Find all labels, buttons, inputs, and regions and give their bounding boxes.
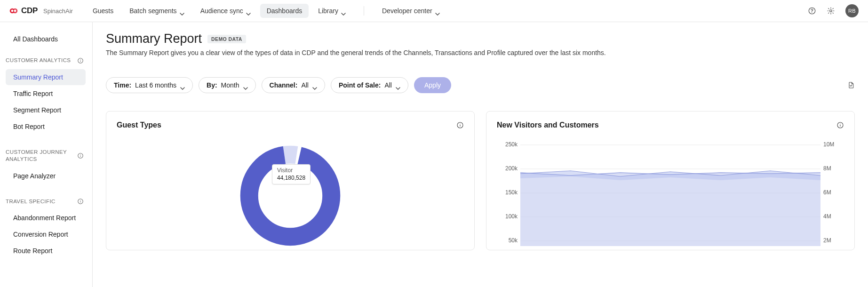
y-tick: 4M bbox=[823, 214, 844, 238]
export-icon[interactable] bbox=[847, 81, 855, 89]
filter-value: Last 6 months bbox=[135, 81, 176, 89]
cards-row: Guest Types Visitor 44,180,528 bbox=[106, 111, 855, 250]
nav-batch-segments[interactable]: Batch segments bbox=[123, 4, 191, 18]
svg-point-3 bbox=[14, 10, 16, 12]
line-svg bbox=[520, 143, 820, 246]
chevron-down-icon bbox=[435, 9, 440, 12]
nav-label: Dashboards bbox=[267, 7, 303, 15]
chevron-down-icon bbox=[180, 9, 184, 12]
sidebar-item-abandonment-report[interactable]: Abandonment Report bbox=[6, 210, 86, 226]
tooltip-value: 44,180,528 bbox=[277, 175, 305, 182]
sidebar-group-customer-journey: CUSTOMER JOURNEY ANALYTICS Page Analyzer bbox=[6, 147, 92, 184]
chevron-down-icon bbox=[180, 84, 185, 87]
card-head: Guest Types bbox=[117, 121, 464, 129]
topbar: CDP SpinachAir Guests Batch segments Aud… bbox=[0, 0, 868, 22]
page-title: Summary Report bbox=[106, 32, 202, 46]
svg-point-23 bbox=[840, 124, 840, 124]
nav-label: Guests bbox=[93, 7, 113, 15]
nav-dashboards[interactable]: Dashboards bbox=[260, 4, 309, 18]
logo-text: CDP bbox=[21, 6, 38, 16]
y-left-axis: 250k 200k 150k 100k 50k bbox=[497, 142, 518, 250]
sidebar-item-page-analyzer[interactable]: Page Analyzer bbox=[6, 168, 86, 184]
y-tick: 6M bbox=[823, 190, 844, 214]
sidebar-all-dashboards[interactable]: All Dashboards bbox=[6, 32, 92, 47]
card-title: New Visitors and Customers bbox=[497, 121, 599, 129]
card-new-visitors: New Visitors and Customers 250k 200k 150… bbox=[486, 111, 855, 250]
sidebar-item-bot-report[interactable]: Bot Report bbox=[6, 119, 86, 135]
filter-channel[interactable]: Channel: All bbox=[262, 77, 325, 93]
filter-value: Month bbox=[221, 81, 239, 89]
filter-label: By: bbox=[207, 81, 217, 89]
info-icon[interactable] bbox=[836, 121, 844, 129]
page-head: Summary Report DEMO DATA bbox=[106, 32, 855, 46]
chevron-down-icon bbox=[312, 84, 317, 87]
donut-svg bbox=[222, 142, 358, 250]
nav-label: Developer center bbox=[382, 7, 432, 15]
y-tick: 50k bbox=[497, 238, 518, 250]
svg-point-18 bbox=[460, 124, 460, 124]
sidebar-item-segment-report[interactable]: Segment Report bbox=[6, 102, 86, 118]
nav-library[interactable]: Library bbox=[311, 4, 352, 18]
chevron-down-icon bbox=[396, 84, 400, 87]
nav-label: Batch segments bbox=[129, 7, 176, 15]
info-icon[interactable] bbox=[77, 57, 84, 64]
filter-label: Point of Sale: bbox=[339, 81, 381, 89]
top-nav: Guests Batch segments Audience sync Dash… bbox=[86, 4, 446, 18]
sidebar-item-summary-report[interactable]: Summary Report bbox=[6, 69, 86, 85]
chart-tooltip: Visitor 44,180,528 bbox=[272, 164, 311, 184]
avatar-initials: RB bbox=[848, 8, 856, 14]
y-tick: 2M bbox=[823, 238, 844, 250]
y-tick: 10M bbox=[823, 142, 844, 166]
sidebar-group-title: CUSTOMER ANALYTICS bbox=[6, 57, 71, 64]
svg-point-6 bbox=[830, 10, 832, 12]
svg-point-9 bbox=[80, 59, 80, 60]
nav-developer-center[interactable]: Developer center bbox=[375, 4, 446, 18]
svg-point-2 bbox=[11, 10, 14, 12]
svg-point-15 bbox=[80, 200, 80, 200]
y-tick: 200k bbox=[497, 166, 518, 190]
page-description: The Summary Report gives you a clear vie… bbox=[106, 49, 855, 56]
info-icon[interactable] bbox=[456, 121, 464, 129]
help-icon[interactable] bbox=[808, 7, 816, 15]
nav-guests[interactable]: Guests bbox=[86, 4, 120, 18]
plot-area bbox=[520, 143, 820, 247]
brand[interactable]: CDP bbox=[9, 6, 38, 16]
nav-divider bbox=[364, 6, 364, 16]
y-tick: 100k bbox=[497, 214, 518, 238]
filters-row: Time: Last 6 months By: Month Channel: A… bbox=[106, 77, 855, 93]
filter-label: Channel: bbox=[270, 81, 298, 89]
info-icon[interactable] bbox=[77, 198, 84, 205]
sidebar-group-title: TRAVEL SPECIFIC bbox=[6, 198, 56, 206]
nav-audience-sync[interactable]: Audience sync bbox=[194, 4, 257, 18]
nav-label: Audience sync bbox=[200, 7, 243, 15]
tenant-name[interactable]: SpinachAir bbox=[43, 8, 73, 15]
avatar[interactable]: RB bbox=[845, 4, 859, 17]
y-right-axis: 10M 8M 6M 4M 2M bbox=[823, 142, 844, 250]
chevron-down-icon bbox=[243, 84, 248, 87]
tooltip-label: Visitor bbox=[277, 167, 305, 175]
settings-icon[interactable] bbox=[827, 7, 835, 15]
sidebar-item-conversion-report[interactable]: Conversion Report bbox=[6, 226, 86, 242]
info-icon[interactable] bbox=[77, 152, 84, 159]
chevron-down-icon bbox=[246, 9, 251, 12]
filter-by[interactable]: By: Month bbox=[199, 77, 255, 93]
chevron-down-icon bbox=[341, 9, 346, 12]
filter-point-of-sale[interactable]: Point of Sale: All bbox=[331, 77, 408, 93]
line-chart: 250k 200k 150k 100k 50k 10M 8M 6M 4M 2M bbox=[497, 139, 844, 247]
sidebar-group-header: CUSTOMER ANALYTICS bbox=[6, 55, 92, 66]
sidebar-item-traffic-report[interactable]: Traffic Report bbox=[6, 86, 86, 102]
sidebar-group-title: CUSTOMER JOURNEY ANALYTICS bbox=[6, 149, 77, 163]
card-head: New Visitors and Customers bbox=[497, 121, 844, 129]
filter-label: Time: bbox=[114, 81, 131, 89]
filter-value: All bbox=[384, 81, 392, 89]
y-tick: 250k bbox=[497, 142, 518, 166]
demo-badge: DEMO DATA bbox=[207, 35, 246, 43]
logo-icon bbox=[9, 7, 18, 15]
card-guest-types: Guest Types Visitor 44,180,528 bbox=[106, 111, 475, 250]
filter-time[interactable]: Time: Last 6 months bbox=[106, 77, 193, 93]
apply-button[interactable]: Apply bbox=[414, 77, 451, 93]
sidebar-group-travel-specific: TRAVEL SPECIFIC Abandonment Report Conve… bbox=[6, 196, 92, 259]
filter-value: All bbox=[301, 81, 309, 89]
card-title: Guest Types bbox=[117, 121, 161, 129]
sidebar-item-route-report[interactable]: Route Report bbox=[6, 243, 86, 259]
